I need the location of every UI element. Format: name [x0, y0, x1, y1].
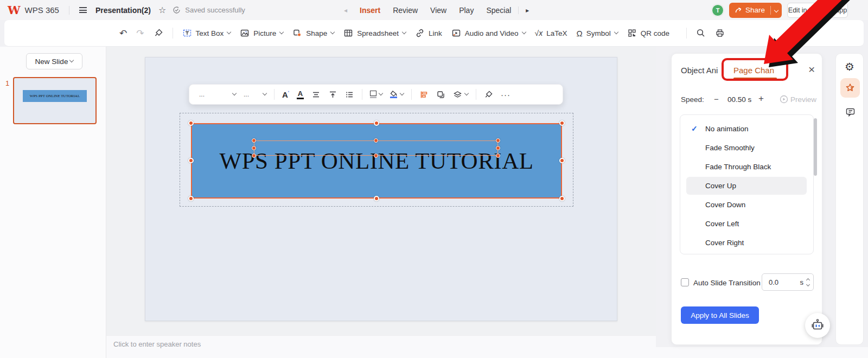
text-frame-handle[interactable] — [252, 146, 256, 150]
more-options-button[interactable]: ··· — [501, 90, 510, 99]
search-icon[interactable] — [696, 28, 706, 38]
duplicate-icon[interactable] — [436, 90, 445, 99]
divider — [362, 89, 362, 100]
toolbar-symbol-button[interactable]: Ω Symbol — [577, 29, 618, 38]
panel-scrollbar-thumb[interactable] — [814, 118, 817, 176]
resize-handle[interactable] — [559, 120, 565, 126]
menu-scroll-right-icon[interactable]: ▸ — [526, 7, 529, 14]
latex-icon: √x — [535, 29, 543, 37]
comments-icon[interactable] — [845, 107, 856, 117]
align-center-icon[interactable] — [311, 90, 321, 99]
toolbar-shape-button[interactable]: Shape — [292, 28, 334, 38]
floating-format-toolbar: ... ... Aʹ A — [189, 84, 563, 105]
bullet-list-icon[interactable] — [345, 90, 354, 99]
preview-play-icon — [780, 95, 788, 104]
preview-button[interactable]: Preview — [790, 95, 816, 104]
font-family-dropdown[interactable]: ... — [199, 91, 236, 98]
menu-tab-insert[interactable]: Insert — [360, 6, 380, 15]
toolbar-button-label: Audio and Video — [465, 29, 519, 37]
document-title[interactable]: Presentation(2) — [95, 6, 151, 15]
ai-assistant-button[interactable] — [805, 313, 830, 338]
toolbar-latex-button[interactable]: √x LaTeX — [535, 29, 567, 37]
speed-label: Speed: — [681, 95, 704, 104]
chevron-down-icon — [232, 91, 237, 95]
divider — [686, 28, 687, 39]
animation-option-fade-through-black[interactable]: Fade Through Black — [705, 163, 803, 174]
format-painter-icon[interactable] — [154, 28, 163, 38]
text-frame-handle[interactable] — [496, 146, 500, 150]
text-frame-handle[interactable] — [496, 138, 500, 143]
spinner-up-icon[interactable] — [806, 278, 810, 282]
audio-video-icon — [451, 28, 461, 38]
check-icon: ✓ — [691, 124, 698, 133]
fill-color-button[interactable] — [390, 91, 404, 98]
toolbar-button-label: Picture — [253, 29, 276, 37]
divider — [274, 89, 275, 100]
redo-button[interactable]: ↷ — [136, 28, 144, 39]
divider — [411, 89, 412, 100]
resize-handle[interactable] — [559, 158, 565, 163]
menu-tab-play[interactable]: Play — [459, 6, 474, 15]
text-frame-handle[interactable] — [374, 138, 378, 143]
auto-transition-checkbox[interactable] — [681, 278, 689, 286]
menu-tab-review[interactable]: Review — [393, 6, 418, 15]
text-frame-handle[interactable] — [496, 154, 500, 158]
notes-placeholder: Click to enter speaker notes — [113, 340, 201, 348]
increase-font-size-button[interactable]: Aʹ — [282, 90, 289, 99]
apply-to-all-slides-button[interactable]: Apply to All Slides — [681, 306, 759, 324]
resize-handle[interactable] — [374, 196, 379, 201]
animation-option-no-animation[interactable]: No animation — [705, 125, 803, 136]
animation-option-cover-left[interactable]: Cover Left — [705, 220, 803, 231]
menu-tab-special[interactable]: Special — [486, 6, 511, 15]
new-slide-button[interactable]: New Slide — [26, 53, 82, 69]
print-icon[interactable] — [715, 28, 725, 38]
auto-transition-value[interactable]: 0.0 — [769, 278, 778, 286]
speed-increase-button[interactable]: + — [758, 93, 764, 104]
resize-handle[interactable] — [188, 158, 194, 163]
text-frame-handle[interactable] — [252, 154, 256, 158]
slide-thumbnail[interactable]: WPS PPT ONLINE TUTORIAL — [13, 77, 97, 124]
menu-scroll-left-icon[interactable]: ◂ — [344, 7, 347, 14]
undo-button[interactable]: ↶ — [119, 28, 127, 39]
format-painter-icon[interactable] — [484, 90, 493, 99]
menu-tab-view[interactable]: View — [430, 6, 446, 15]
align-top-icon[interactable] — [328, 90, 337, 99]
font-color-button[interactable]: A — [297, 90, 304, 99]
resize-handle[interactable] — [374, 120, 379, 126]
auto-transition-spinner: 0.0 s — [762, 273, 814, 291]
font-family-value: ... — [199, 91, 205, 98]
layers-button[interactable] — [453, 90, 468, 99]
border-style-button[interactable] — [370, 91, 382, 98]
animation-pane-button[interactable] — [840, 78, 860, 98]
resize-handle[interactable] — [559, 196, 565, 201]
slides-panel: New Slide 1 WPS PPT ONLINE TUTORIAL — [0, 47, 106, 358]
text-frame-handle[interactable] — [252, 138, 256, 143]
speed-decrease-button[interactable]: − — [714, 94, 719, 104]
text-frame-handle[interactable] — [374, 154, 378, 158]
resize-handle[interactable] — [188, 120, 194, 126]
save-status: Saved successfully — [185, 6, 245, 14]
font-size-dropdown[interactable]: ... — [244, 91, 266, 98]
toolbar-link-button[interactable]: Link — [415, 28, 442, 38]
favorite-star-icon[interactable]: ☆ — [158, 5, 166, 15]
align-objects-icon[interactable] — [419, 90, 429, 99]
toolbar-picture-button[interactable]: Picture — [240, 28, 283, 38]
avatar[interactable]: T — [712, 4, 724, 16]
selected-text-box[interactable]: WPS PPT ONLINE TUTORIAL — [191, 123, 562, 199]
animation-option-cover-right[interactable]: Cover Right — [705, 239, 803, 250]
animation-option-cover-up[interactable]: Cover Up — [705, 182, 803, 193]
spinner-down-icon[interactable] — [806, 282, 810, 286]
toolbar-qr-code-button[interactable]: QR code — [627, 28, 669, 38]
toolbar-button-label: Symbol — [586, 29, 611, 37]
speaker-notes-bar[interactable]: Click to enter speaker notes — [106, 335, 656, 358]
tab-object-animation[interactable]: Object Ani — [681, 66, 718, 75]
resize-handle[interactable] — [188, 196, 194, 201]
animation-option-cover-down[interactable]: Cover Down — [705, 201, 803, 212]
toolbar-audio-video-button[interactable]: Audio and Video — [451, 28, 526, 38]
spinner-buttons[interactable] — [807, 279, 809, 286]
animation-option-fade-smoothly[interactable]: Fade Smoothly — [705, 144, 803, 155]
right-icon-rail: ⚙ — [835, 53, 864, 345]
hamburger-menu-icon[interactable] — [79, 6, 87, 15]
toolbar-spreadsheet-button[interactable]: Spreadsheet — [343, 28, 406, 38]
toolbar-text-box-button[interactable]: Text Box — [182, 28, 231, 38]
